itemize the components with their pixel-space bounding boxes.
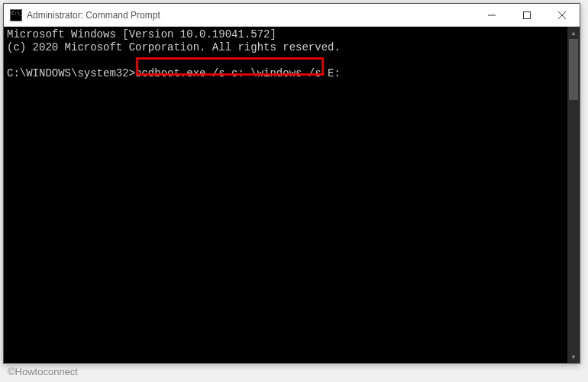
watermark-text: ©Howtoconnect: [8, 366, 78, 377]
svg-rect-1: [524, 11, 531, 18]
titlebar[interactable]: Administrator: Command Prompt: [4, 4, 580, 27]
terminal-output: Microsoft Windows [Version 10.0.19041.57…: [4, 27, 580, 82]
window-title: Administrator: Command Prompt: [27, 10, 474, 21]
terminal-area[interactable]: Microsoft Windows [Version 10.0.19041.57…: [4, 27, 580, 363]
vertical-scrollbar[interactable]: ▲ ▼: [567, 27, 580, 363]
scroll-down-arrow[interactable]: ▼: [567, 351, 580, 363]
prompt-path: C:\WINDOWS\system32>: [7, 67, 135, 79]
typed-command: bcdboot.exe /s c: \windows /s E:: [135, 67, 341, 79]
scroll-up-arrow[interactable]: ▲: [567, 27, 580, 39]
window-controls: [474, 4, 580, 26]
maximize-button[interactable]: [509, 4, 544, 26]
minimize-button[interactable]: [474, 4, 509, 26]
version-line: Microsoft Windows [Version 10.0.19041.57…: [7, 28, 276, 40]
command-prompt-window: Administrator: Command Prompt Microsoft …: [3, 3, 580, 364]
cmd-icon: [10, 9, 22, 21]
scrollbar-thumb[interactable]: [569, 39, 578, 100]
close-button[interactable]: [544, 4, 580, 26]
copyright-line: (c) 2020 Microsoft Corporation. All righ…: [7, 41, 341, 53]
